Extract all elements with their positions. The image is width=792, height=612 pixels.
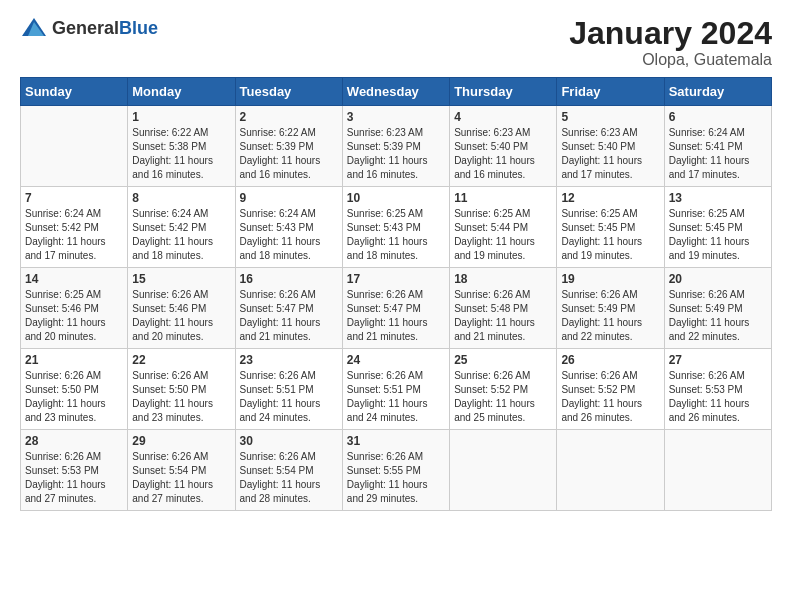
- day-info: Sunrise: 6:23 AM Sunset: 5:39 PM Dayligh…: [347, 126, 445, 182]
- calendar-cell: 1Sunrise: 6:22 AM Sunset: 5:38 PM Daylig…: [128, 106, 235, 187]
- day-number: 9: [240, 191, 338, 205]
- calendar-cell: 8Sunrise: 6:24 AM Sunset: 5:42 PM Daylig…: [128, 187, 235, 268]
- day-number: 28: [25, 434, 123, 448]
- title-section: January 2024 Olopa, Guatemala: [569, 16, 772, 69]
- day-header-saturday: Saturday: [664, 78, 771, 106]
- day-info: Sunrise: 6:26 AM Sunset: 5:53 PM Dayligh…: [25, 450, 123, 506]
- calendar-cell: 12Sunrise: 6:25 AM Sunset: 5:45 PM Dayli…: [557, 187, 664, 268]
- day-info: Sunrise: 6:24 AM Sunset: 5:42 PM Dayligh…: [132, 207, 230, 263]
- day-header-friday: Friday: [557, 78, 664, 106]
- calendar-cell: 18Sunrise: 6:26 AM Sunset: 5:48 PM Dayli…: [450, 268, 557, 349]
- calendar-cell: 23Sunrise: 6:26 AM Sunset: 5:51 PM Dayli…: [235, 349, 342, 430]
- day-number: 20: [669, 272, 767, 286]
- day-number: 4: [454, 110, 552, 124]
- calendar-cell: 15Sunrise: 6:26 AM Sunset: 5:46 PM Dayli…: [128, 268, 235, 349]
- day-info: Sunrise: 6:25 AM Sunset: 5:45 PM Dayligh…: [561, 207, 659, 263]
- calendar-cell: [557, 430, 664, 511]
- page-container: GeneralBlue January 2024 Olopa, Guatemal…: [0, 0, 792, 521]
- day-number: 29: [132, 434, 230, 448]
- calendar-cell: 3Sunrise: 6:23 AM Sunset: 5:39 PM Daylig…: [342, 106, 449, 187]
- day-info: Sunrise: 6:22 AM Sunset: 5:39 PM Dayligh…: [240, 126, 338, 182]
- day-header-thursday: Thursday: [450, 78, 557, 106]
- calendar-cell: 31Sunrise: 6:26 AM Sunset: 5:55 PM Dayli…: [342, 430, 449, 511]
- day-info: Sunrise: 6:26 AM Sunset: 5:50 PM Dayligh…: [25, 369, 123, 425]
- week-row-1: 1Sunrise: 6:22 AM Sunset: 5:38 PM Daylig…: [21, 106, 772, 187]
- day-number: 2: [240, 110, 338, 124]
- calendar-cell: 30Sunrise: 6:26 AM Sunset: 5:54 PM Dayli…: [235, 430, 342, 511]
- calendar-cell: 16Sunrise: 6:26 AM Sunset: 5:47 PM Dayli…: [235, 268, 342, 349]
- calendar-cell: 17Sunrise: 6:26 AM Sunset: 5:47 PM Dayli…: [342, 268, 449, 349]
- day-info: Sunrise: 6:26 AM Sunset: 5:52 PM Dayligh…: [454, 369, 552, 425]
- day-info: Sunrise: 6:26 AM Sunset: 5:52 PM Dayligh…: [561, 369, 659, 425]
- logo: GeneralBlue: [20, 16, 158, 40]
- day-number: 15: [132, 272, 230, 286]
- day-number: 6: [669, 110, 767, 124]
- calendar-cell: 9Sunrise: 6:24 AM Sunset: 5:43 PM Daylig…: [235, 187, 342, 268]
- day-header-monday: Monday: [128, 78, 235, 106]
- day-info: Sunrise: 6:23 AM Sunset: 5:40 PM Dayligh…: [454, 126, 552, 182]
- calendar-cell: 26Sunrise: 6:26 AM Sunset: 5:52 PM Dayli…: [557, 349, 664, 430]
- week-row-5: 28Sunrise: 6:26 AM Sunset: 5:53 PM Dayli…: [21, 430, 772, 511]
- calendar-cell: 29Sunrise: 6:26 AM Sunset: 5:54 PM Dayli…: [128, 430, 235, 511]
- calendar-cell: 11Sunrise: 6:25 AM Sunset: 5:44 PM Dayli…: [450, 187, 557, 268]
- day-number: 30: [240, 434, 338, 448]
- week-row-3: 14Sunrise: 6:25 AM Sunset: 5:46 PM Dayli…: [21, 268, 772, 349]
- day-info: Sunrise: 6:25 AM Sunset: 5:44 PM Dayligh…: [454, 207, 552, 263]
- day-info: Sunrise: 6:24 AM Sunset: 5:43 PM Dayligh…: [240, 207, 338, 263]
- day-number: 12: [561, 191, 659, 205]
- calendar-cell: 5Sunrise: 6:23 AM Sunset: 5:40 PM Daylig…: [557, 106, 664, 187]
- day-number: 27: [669, 353, 767, 367]
- day-info: Sunrise: 6:26 AM Sunset: 5:49 PM Dayligh…: [561, 288, 659, 344]
- day-number: 18: [454, 272, 552, 286]
- calendar-cell: [21, 106, 128, 187]
- calendar-cell: [450, 430, 557, 511]
- day-info: Sunrise: 6:26 AM Sunset: 5:53 PM Dayligh…: [669, 369, 767, 425]
- day-number: 11: [454, 191, 552, 205]
- day-header-tuesday: Tuesday: [235, 78, 342, 106]
- day-number: 21: [25, 353, 123, 367]
- calendar-cell: 28Sunrise: 6:26 AM Sunset: 5:53 PM Dayli…: [21, 430, 128, 511]
- day-info: Sunrise: 6:26 AM Sunset: 5:49 PM Dayligh…: [669, 288, 767, 344]
- day-info: Sunrise: 6:26 AM Sunset: 5:48 PM Dayligh…: [454, 288, 552, 344]
- day-number: 3: [347, 110, 445, 124]
- day-header-wednesday: Wednesday: [342, 78, 449, 106]
- day-header-sunday: Sunday: [21, 78, 128, 106]
- calendar-cell: 4Sunrise: 6:23 AM Sunset: 5:40 PM Daylig…: [450, 106, 557, 187]
- day-number: 26: [561, 353, 659, 367]
- day-info: Sunrise: 6:22 AM Sunset: 5:38 PM Dayligh…: [132, 126, 230, 182]
- day-number: 13: [669, 191, 767, 205]
- calendar-cell: 13Sunrise: 6:25 AM Sunset: 5:45 PM Dayli…: [664, 187, 771, 268]
- day-number: 14: [25, 272, 123, 286]
- day-number: 25: [454, 353, 552, 367]
- day-info: Sunrise: 6:26 AM Sunset: 5:46 PM Dayligh…: [132, 288, 230, 344]
- calendar-cell: 27Sunrise: 6:26 AM Sunset: 5:53 PM Dayli…: [664, 349, 771, 430]
- main-title: January 2024: [569, 16, 772, 51]
- day-info: Sunrise: 6:24 AM Sunset: 5:41 PM Dayligh…: [669, 126, 767, 182]
- calendar-cell: 10Sunrise: 6:25 AM Sunset: 5:43 PM Dayli…: [342, 187, 449, 268]
- day-number: 22: [132, 353, 230, 367]
- week-row-4: 21Sunrise: 6:26 AM Sunset: 5:50 PM Dayli…: [21, 349, 772, 430]
- logo-blue: Blue: [119, 18, 158, 38]
- day-number: 19: [561, 272, 659, 286]
- calendar-cell: 22Sunrise: 6:26 AM Sunset: 5:50 PM Dayli…: [128, 349, 235, 430]
- day-number: 7: [25, 191, 123, 205]
- day-number: 17: [347, 272, 445, 286]
- day-info: Sunrise: 6:26 AM Sunset: 5:51 PM Dayligh…: [240, 369, 338, 425]
- day-number: 31: [347, 434, 445, 448]
- day-number: 1: [132, 110, 230, 124]
- day-number: 10: [347, 191, 445, 205]
- day-number: 5: [561, 110, 659, 124]
- calendar-cell: 2Sunrise: 6:22 AM Sunset: 5:39 PM Daylig…: [235, 106, 342, 187]
- calendar-cell: 20Sunrise: 6:26 AM Sunset: 5:49 PM Dayli…: [664, 268, 771, 349]
- calendar-header-row: SundayMondayTuesdayWednesdayThursdayFrid…: [21, 78, 772, 106]
- day-info: Sunrise: 6:25 AM Sunset: 5:46 PM Dayligh…: [25, 288, 123, 344]
- day-info: Sunrise: 6:26 AM Sunset: 5:54 PM Dayligh…: [132, 450, 230, 506]
- week-row-2: 7Sunrise: 6:24 AM Sunset: 5:42 PM Daylig…: [21, 187, 772, 268]
- day-info: Sunrise: 6:26 AM Sunset: 5:47 PM Dayligh…: [240, 288, 338, 344]
- day-info: Sunrise: 6:26 AM Sunset: 5:51 PM Dayligh…: [347, 369, 445, 425]
- day-number: 16: [240, 272, 338, 286]
- calendar-cell: 21Sunrise: 6:26 AM Sunset: 5:50 PM Dayli…: [21, 349, 128, 430]
- day-number: 8: [132, 191, 230, 205]
- day-number: 23: [240, 353, 338, 367]
- day-info: Sunrise: 6:26 AM Sunset: 5:54 PM Dayligh…: [240, 450, 338, 506]
